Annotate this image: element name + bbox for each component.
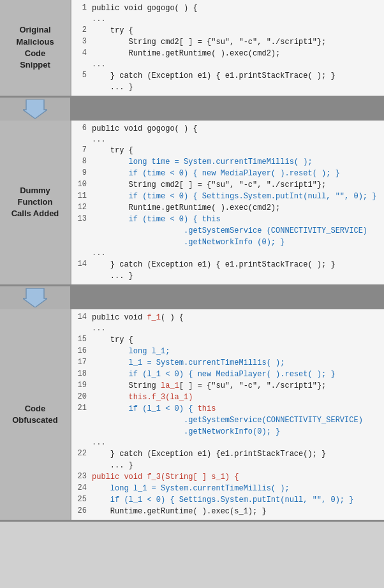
ellipsis: ... (71, 59, 384, 70)
code-text: if (time < 0) { Settings.System.putInt(n… (91, 191, 384, 202)
line-number: 19 (71, 380, 91, 390)
code-text: } catch (Exception e1) { e1.printStackTr… (91, 70, 384, 82)
section-original: OriginalMaliciousCodeSnippet 1 public vo… (0, 0, 384, 98)
code-line: - ... } (71, 270, 384, 282)
code-text: try { (91, 25, 384, 36)
divider-2 (0, 286, 384, 309)
label-obfuscated-text: CodeObfuscated (12, 403, 58, 426)
code-line: 11 if (time < 0) { Settings.System.putIn… (71, 191, 384, 202)
code-line: 3 String cmd2[ ] = {"su", "-c", "./scrip… (71, 36, 384, 48)
code-line: 6 public void gogogo( ) { (71, 123, 384, 135)
line-number: 21 (71, 403, 91, 413)
code-line: 17 l_1 = System.currentTimeMillis( ); (71, 357, 384, 369)
line-number: 5 (71, 70, 91, 80)
code-text: long l_1; (91, 346, 384, 357)
code-text: Runtime.getRuntime( ).exec(cmd2); (91, 202, 384, 214)
code-text: .getNetworkInfo(0); } (91, 426, 384, 437)
ellipsis: ... (71, 14, 384, 25)
code-text: ... } (91, 82, 384, 93)
code-text: if (l_1 < 0) { this (91, 403, 384, 415)
line-number: 17 (71, 357, 91, 367)
line-number: - (71, 225, 91, 235)
code-text: String cmd2[ ] = {"su", "-c", "./script1… (91, 36, 384, 48)
code-line: 5 } catch (Exception e1) { e1.printStack… (71, 70, 384, 82)
code-line: 12 Runtime.getRuntime( ).exec(cmd2); (71, 202, 384, 214)
code-text: public void f_3(String[ ] s_1) { (91, 471, 384, 483)
code-text: try { (91, 145, 384, 156)
line-number: 12 (71, 202, 91, 212)
arrow-down-icon (23, 99, 47, 119)
line-number: 3 (71, 36, 91, 46)
code-line: 14 } catch (Exception e1) { e1.printStac… (71, 259, 384, 270)
code-text: .getSystemService (CONNECTIVITY_SERVICE) (91, 225, 384, 237)
code-text: if (l_1 < 0) { Settings.System.putInt(nu… (91, 494, 384, 506)
arrow-area-2 (0, 286, 70, 309)
line-number: - (71, 270, 91, 280)
code-line: - .getNetworkInfo(0); } (71, 426, 384, 437)
code-line: 25 if (l_1 < 0) { Settings.System.putInt… (71, 494, 384, 506)
line-number: 20 (71, 392, 91, 401)
section-obfuscated: CodeObfuscated 14 public void f_1( ) { .… (0, 309, 384, 522)
code-line: 18 if (l_1 < 0) { new MediaPlayer( ).res… (71, 369, 384, 380)
line-number: 22 (71, 448, 91, 458)
code-line: 9 if (time < 0) { new MediaPlayer( ).res… (71, 168, 384, 179)
code-line: 24 long l_1 = System.currentTimeMillis( … (71, 483, 384, 494)
arrow-down-icon-2 (23, 288, 47, 307)
section-dummy: DummyFunctionCalls Added 6 public void g… (0, 121, 384, 287)
code-obfuscated: 14 public void f_1( ) { ... 15 try { 16 … (70, 309, 384, 520)
arrow-area-1 (0, 98, 70, 121)
divider-1 (0, 98, 384, 121)
line-number: 24 (71, 483, 91, 492)
code-line: - .getSystemService (CONNECTIVITY_SERVIC… (71, 225, 384, 237)
code-text: } catch (Exception e1) {e1.printStackTra… (91, 448, 384, 460)
line-number: - (71, 82, 91, 91)
line-number: 14 (71, 312, 91, 321)
code-text: Runtime.getRuntime( ).exec(cmd2); (91, 48, 384, 59)
line-number: - (71, 415, 91, 424)
code-line: 21 if (l_1 < 0) { this (71, 403, 384, 415)
line-number: 2 (71, 25, 91, 34)
line-number: 9 (71, 168, 91, 177)
line-number: 7 (71, 145, 91, 154)
line-number: 18 (71, 369, 91, 378)
divider-line-1 (70, 98, 384, 121)
line-number: 11 (71, 191, 91, 200)
code-text: String la_1[ ] = {"su", "-c", "./script1… (91, 380, 384, 392)
line-number: 26 (71, 506, 91, 515)
code-text: long time = System.currentTimeMillis( ); (91, 156, 384, 168)
code-text: long l_1 = System.currentTimeMillis( ); (91, 483, 384, 494)
code-line: 19 String la_1[ ] = {"su", "-c", "./scri… (71, 380, 384, 392)
label-original-text: OriginalMaliciousCodeSnippet (16, 24, 54, 71)
line-number: 4 (71, 48, 91, 57)
label-obfuscated: CodeObfuscated (0, 309, 70, 520)
line-number: 10 (71, 179, 91, 189)
code-line: 2 try { (71, 25, 384, 36)
code-line: 16 long l_1; (71, 346, 384, 357)
code-line: 1 public void gogogo( ) { (71, 3, 384, 14)
line-number: - (71, 426, 91, 436)
svg-marker-0 (23, 99, 47, 119)
code-text: } catch (Exception e1) { e1.printStackTr… (91, 259, 384, 270)
code-line: 14 public void f_1( ) { (71, 312, 384, 323)
code-text: .getNetworkInfo (0); } (91, 237, 384, 248)
label-original: OriginalMaliciousCodeSnippet (0, 0, 70, 96)
code-text: l_1 = System.currentTimeMillis( ); (91, 357, 384, 369)
ellipsis: ... (71, 323, 384, 334)
code-text: if (time < 0) { this (91, 214, 384, 225)
code-line: 23 public void f_3(String[ ] s_1) { (71, 471, 384, 483)
code-line: 10 String cmd2[ ] = {"su", "-c", "./scri… (71, 179, 384, 191)
code-text: try { (91, 334, 384, 346)
code-text: Runtime.getRuntime( ).exec(s_1); } (91, 506, 384, 517)
line-number: 15 (71, 334, 91, 344)
code-line: 7 try { (71, 145, 384, 156)
code-text: .getSystemService(CONNECTIVITY_SERVICE) (91, 415, 384, 426)
line-number: 13 (71, 214, 91, 223)
code-text: ... } (91, 270, 384, 282)
code-line: - .getNetworkInfo (0); } (71, 237, 384, 248)
code-text: public void gogogo( ) { (91, 123, 384, 135)
code-line: - ... } (71, 82, 384, 93)
code-line: - ... } (71, 460, 384, 471)
line-number: 8 (71, 156, 91, 166)
svg-marker-1 (23, 288, 47, 307)
line-number: 14 (71, 259, 91, 268)
